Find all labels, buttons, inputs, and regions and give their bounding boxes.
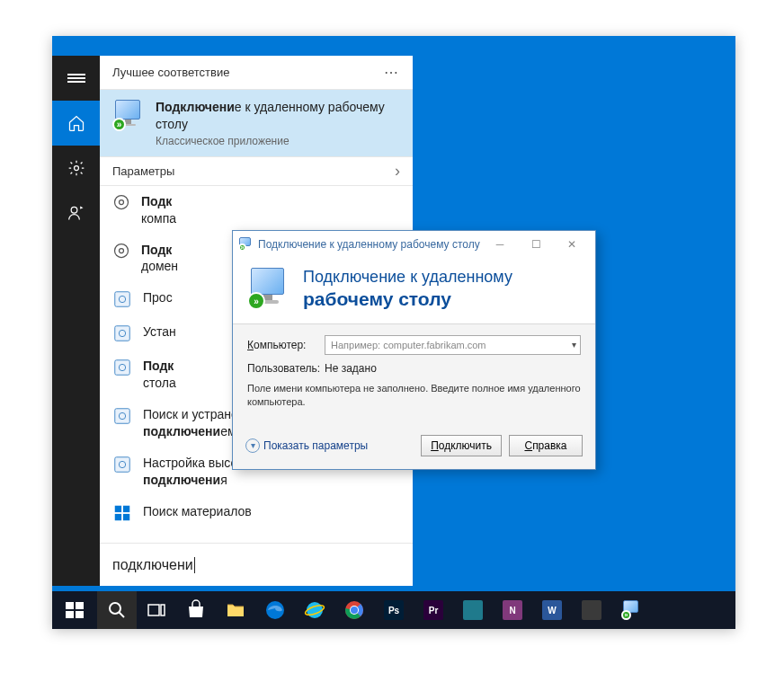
home-button[interactable] <box>52 101 100 146</box>
svg-rect-19 <box>123 514 129 520</box>
word-button[interactable]: W <box>532 591 572 629</box>
windows-icon <box>64 599 85 621</box>
best-match-subtitle: Классическое приложение <box>156 135 400 147</box>
rdp-icon: » <box>247 267 290 310</box>
rdp-titlebar[interactable]: » Подключение к удаленному рабочему стол… <box>233 231 595 258</box>
settings-tile-icon <box>112 455 132 474</box>
svg-rect-6 <box>115 292 130 307</box>
settings-rail-button[interactable] <box>52 146 100 190</box>
ie-icon <box>304 599 325 621</box>
user-value: Не задано <box>325 362 377 375</box>
svg-rect-17 <box>123 505 129 511</box>
svg-rect-22 <box>66 611 74 618</box>
svg-rect-26 <box>161 605 165 615</box>
minimize-button[interactable]: ─ <box>482 231 518 258</box>
rdp-window: » Подключение к удаленному рабочему стол… <box>232 230 596 470</box>
svg-rect-23 <box>76 611 84 618</box>
onenote-button[interactable]: N <box>493 591 532 629</box>
section-label-text: Параметры <box>112 164 174 178</box>
svg-rect-18 <box>115 514 121 520</box>
folder-icon <box>225 599 246 621</box>
close-button[interactable]: ✕ <box>554 231 590 258</box>
gear-icon <box>112 242 130 260</box>
result-item[interactable]: Подк компа <box>100 186 413 235</box>
people-rail-button[interactable] <box>52 190 100 235</box>
maximize-button[interactable]: ☐ <box>518 231 554 258</box>
search-box[interactable]: подключени <box>100 543 413 586</box>
edge-button[interactable] <box>255 591 295 629</box>
text-cursor <box>194 557 195 573</box>
store-result-item[interactable]: Поиск материалов <box>100 496 413 530</box>
best-match-label: Лучшее соответствие <box>112 66 229 79</box>
start-button[interactable] <box>52 591 97 629</box>
settings-tile-icon <box>112 406 132 426</box>
banner-text: Подключение к удаленному рабочему столу <box>303 267 512 311</box>
gear-icon <box>112 193 130 211</box>
edge-icon <box>264 599 286 621</box>
rdp-taskbar-button[interactable]: » <box>611 591 651 629</box>
computer-combo[interactable]: Например: computer.fabrikam.com ▾ <box>325 335 581 355</box>
taskbar: Ps Pr N W » <box>52 591 735 629</box>
show-options-link[interactable]: ▾ Показать параметры <box>245 438 414 453</box>
svg-rect-14 <box>115 457 130 473</box>
best-match-item[interactable]: » Подключение к удаленному рабочему стол… <box>100 90 413 157</box>
start-rail <box>52 56 100 586</box>
svg-point-3 <box>115 195 129 208</box>
app-button[interactable] <box>572 591 611 629</box>
rdp-banner: » Подключение к удаленному рабочему стол… <box>233 258 595 324</box>
svg-point-28 <box>307 602 323 618</box>
explorer-button[interactable] <box>216 591 255 629</box>
chevron-down-icon: ▾ <box>572 340 576 350</box>
premiere-button[interactable]: Pr <box>414 591 453 629</box>
chrome-button[interactable] <box>334 591 374 629</box>
search-value: подключени <box>112 557 193 573</box>
app-button[interactable] <box>453 591 493 629</box>
info-text: Поле имени компьютера не заполнено. Введ… <box>247 382 581 410</box>
connect-button[interactable]: Подключить <box>421 435 502 456</box>
svg-point-0 <box>74 166 78 171</box>
best-match-title: Подключение к удаленному рабочему столу <box>156 99 400 133</box>
ie-button[interactable] <box>295 591 334 629</box>
chevron-right-icon: › <box>395 162 400 181</box>
results-header: Лучшее соответствие ⋯ <box>100 56 413 90</box>
computer-label: Компьютер: <box>247 339 317 351</box>
svg-rect-12 <box>115 409 130 424</box>
home-icon <box>67 114 85 132</box>
help-button[interactable]: Справка <box>509 435 583 456</box>
svg-point-24 <box>110 603 120 614</box>
taskview-button[interactable] <box>137 591 176 629</box>
chrome-icon <box>343 599 365 621</box>
svg-rect-8 <box>115 326 130 341</box>
svg-rect-20 <box>66 602 74 609</box>
store-icon <box>185 599 207 621</box>
settings-tile-icon <box>112 323 132 343</box>
svg-rect-21 <box>76 602 84 609</box>
user-label: Пользователь: <box>247 362 317 375</box>
gear-icon <box>67 159 85 177</box>
svg-point-5 <box>115 244 129 257</box>
settings-section[interactable]: Параметры › <box>100 157 413 186</box>
svg-point-4 <box>120 248 124 252</box>
svg-point-2 <box>120 199 124 204</box>
photoshop-button[interactable]: Ps <box>374 591 414 629</box>
hamburger-button[interactable] <box>52 56 100 101</box>
search-taskbar-button[interactable] <box>97 591 137 629</box>
settings-tile-icon <box>112 358 132 377</box>
svg-rect-25 <box>148 605 159 615</box>
svg-point-1 <box>71 207 77 213</box>
more-icon[interactable]: ⋯ <box>384 64 400 81</box>
rdp-icon: » <box>238 237 253 252</box>
svg-point-34 <box>351 607 358 614</box>
computer-placeholder: Например: computer.fabrikam.com <box>331 340 486 350</box>
desktop: Лучшее соответствие ⋯ » Подключение к уд… <box>52 36 735 629</box>
windows-icon <box>112 503 132 523</box>
chevron-down-icon: ▾ <box>245 438 260 453</box>
store-button[interactable] <box>176 591 216 629</box>
rdp-body: Компьютер: Например: computer.fabrikam.c… <box>233 324 595 426</box>
taskview-icon <box>146 599 167 621</box>
rdp-icon: » <box>621 600 641 620</box>
window-title: Подключение к удаленному рабочему столу <box>258 238 482 251</box>
rdp-footer: ▾ Показать параметры Подключить Справка <box>233 426 595 469</box>
person-icon <box>67 204 85 222</box>
rdp-icon: » <box>112 99 145 131</box>
